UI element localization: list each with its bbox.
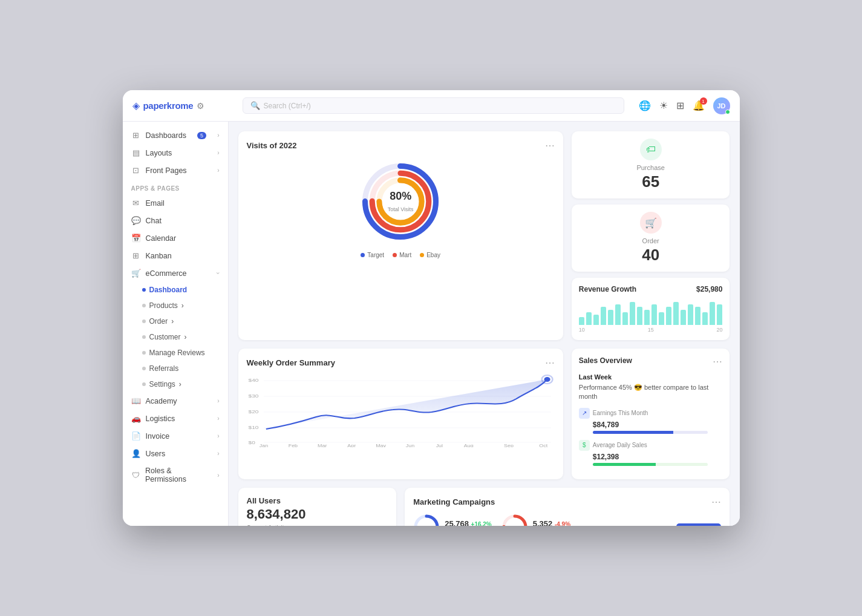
sidebar-item-invoice[interactable]: 📄 Invoice › bbox=[123, 427, 228, 445]
donut-center: 80% Total Visits bbox=[388, 190, 414, 214]
circle-item-2: 5,352 -4.9% Jan 12, 2022 bbox=[501, 514, 572, 526]
mini-bar bbox=[586, 312, 592, 325]
users-label: Users bbox=[146, 450, 166, 458]
settings-icon[interactable]: ⚙ bbox=[197, 101, 204, 111]
settings-label: Settings bbox=[149, 380, 175, 388]
sidebar-item-roles-permissions[interactable]: 🛡 Roles & Permissions › bbox=[123, 462, 228, 488]
users-arrow: › bbox=[217, 450, 219, 457]
daily-sales-progress-bar bbox=[593, 463, 708, 466]
svg-text:Jul: Jul bbox=[436, 444, 443, 447]
order-dot bbox=[142, 319, 146, 323]
manage-reviews-label: Manage Reviews bbox=[149, 349, 205, 357]
notification-icon[interactable]: 🔔 1 bbox=[693, 100, 705, 111]
sidebar-item-kanban[interactable]: ⊞ Kanban bbox=[123, 247, 228, 264]
svg-text:Aug: Aug bbox=[463, 444, 473, 447]
svg-text:Jun: Jun bbox=[405, 444, 414, 447]
avatar-online-dot bbox=[725, 110, 730, 114]
svg-text:$30: $30 bbox=[248, 393, 258, 399]
sidebar-item-chat[interactable]: 💬 Chat bbox=[123, 212, 228, 229]
customer-dot bbox=[142, 335, 146, 339]
sidebar-subitem-referrals[interactable]: Referrals bbox=[123, 361, 228, 376]
sidebar-item-ecommerce[interactable]: 🛒 eCommerce › bbox=[123, 264, 228, 282]
circle-1 bbox=[413, 514, 440, 526]
sidebar-item-layouts[interactable]: ▤ Layouts › bbox=[123, 144, 228, 162]
academy-icon: 📖 bbox=[131, 396, 141, 405]
donut-legend: Target Mart Ebay bbox=[247, 252, 555, 258]
sidebar-item-dashboards[interactable]: ⊞ Dashboards 5 › bbox=[123, 126, 228, 144]
sidebar-subitem-customer[interactable]: Customer › bbox=[123, 329, 228, 345]
svg-text:Oct: Oct bbox=[539, 444, 548, 447]
dashboards-badge: 5 bbox=[197, 132, 206, 139]
theme-icon[interactable]: ☀ bbox=[659, 100, 668, 111]
chat-icon: 💬 bbox=[131, 216, 141, 225]
academy-arrow: › bbox=[217, 398, 219, 404]
order-value: 40 bbox=[642, 246, 659, 264]
weekly-order-card: Weekly Order Summary ⋯ $40 $30 $20 $10 $… bbox=[238, 349, 563, 479]
visits-card-menu[interactable]: ⋯ bbox=[545, 140, 555, 151]
grid-icon[interactable]: ⊞ bbox=[676, 100, 684, 111]
earnings-value: $84,789 bbox=[593, 421, 723, 429]
sidebar-subitem-order[interactable]: Order › bbox=[123, 313, 228, 329]
products-dot bbox=[142, 304, 146, 307]
sidebar-item-users[interactable]: 👤 Users › bbox=[123, 445, 228, 462]
sidebar-item-academy[interactable]: 📖 Academy › bbox=[123, 392, 228, 410]
logo: ◈ paperkrome ⚙ bbox=[132, 100, 235, 111]
manage-reviews-dot bbox=[142, 351, 146, 355]
sidebar-subitem-settings[interactable]: Settings › bbox=[123, 376, 228, 392]
circle-1-info: 25,768 +16.2% Jan 12, 2022 bbox=[445, 519, 492, 526]
users-icon: 👤 bbox=[131, 449, 141, 458]
section-label-apps: APPS & PAGES bbox=[123, 179, 228, 194]
legend-ebay: Ebay bbox=[420, 252, 440, 258]
front-pages-icon: ⊡ bbox=[131, 166, 141, 175]
app-frame: ◈ paperkrome ⚙ 🔍 Search (Ctrl+/) 🌐 ☀ ⊞ 🔔… bbox=[123, 90, 740, 526]
dashboard-label: Dashboard bbox=[149, 286, 188, 294]
chat-label: Chat bbox=[146, 217, 162, 225]
mini-bar bbox=[659, 312, 664, 325]
earnings-label: Earnings This Month bbox=[593, 410, 648, 416]
globe-icon[interactable]: 🌐 bbox=[639, 100, 651, 111]
sidebar-subitem-dashboard[interactable]: Dashboard bbox=[123, 282, 228, 298]
main-layout: ⊞ Dashboards 5 › ▤ Layouts › ⊡ Front Pag… bbox=[123, 122, 740, 526]
sidebar-item-calendar[interactable]: 📅 Calendar bbox=[123, 229, 228, 247]
legend-mart-dot bbox=[393, 253, 397, 257]
marketing-header: Marketing Campaigns ⋯ bbox=[413, 496, 721, 508]
svg-text:$20: $20 bbox=[248, 409, 258, 414]
referrals-dot bbox=[142, 367, 146, 370]
mini-bar bbox=[673, 302, 679, 325]
legend-ebay-dot bbox=[420, 253, 424, 257]
logistics-label: Logistics bbox=[146, 414, 175, 423]
axis-15: 15 bbox=[648, 327, 654, 333]
sidebar-subitem-manage-reviews[interactable]: Manage Reviews bbox=[123, 345, 228, 361]
svg-text:$10: $10 bbox=[248, 425, 258, 430]
logo-icon: ◈ bbox=[132, 100, 140, 111]
sidebar-item-email[interactable]: ✉ Email bbox=[123, 194, 228, 212]
sales-overview-menu[interactable]: ⋯ bbox=[713, 356, 722, 367]
marketing-menu[interactable]: ⋯ bbox=[711, 496, 721, 508]
search-icon: 🔍 bbox=[250, 101, 260, 110]
weekly-menu[interactable]: ⋯ bbox=[545, 357, 555, 369]
all-users-count: 8,634,820 bbox=[247, 506, 388, 522]
avatar[interactable]: JD bbox=[713, 97, 730, 114]
roles-label: Roles & Permissions bbox=[145, 467, 212, 483]
search-bar[interactable]: 🔍 Search (Ctrl+/) bbox=[243, 97, 624, 114]
dashboards-icon: ⊞ bbox=[131, 131, 141, 140]
email-icon: ✉ bbox=[131, 198, 141, 208]
mini-bar bbox=[710, 302, 715, 325]
marketing-card: Marketing Campaigns ⋯ bbox=[405, 488, 730, 526]
sidebar-subitem-products[interactable]: Products › bbox=[123, 298, 228, 313]
circle-1-growth: +16.2% bbox=[471, 521, 492, 526]
right-column: 🏷 Purchase 65 🛒 Order 40 Revenue Gro bbox=[572, 131, 730, 340]
sidebar: ⊞ Dashboards 5 › ▤ Layouts › ⊡ Front Pag… bbox=[123, 122, 229, 526]
view-report-button[interactable]: View Report bbox=[676, 523, 721, 526]
donut-label: Total Visits bbox=[388, 206, 414, 212]
mini-bar bbox=[579, 317, 584, 325]
settings-arrow: › bbox=[179, 380, 181, 388]
sidebar-item-logistics[interactable]: 🚗 Logistics › bbox=[123, 410, 228, 427]
mini-bar-axis: 10 15 20 bbox=[579, 327, 723, 333]
revenue-title: Revenue Growth bbox=[579, 285, 636, 293]
sidebar-item-front-pages[interactable]: ⊡ Front Pages › bbox=[123, 162, 228, 179]
mini-bars bbox=[579, 301, 723, 325]
order-icon: 🛒 bbox=[645, 217, 657, 229]
mini-bar bbox=[622, 312, 628, 325]
axis-20: 20 bbox=[716, 327, 722, 333]
